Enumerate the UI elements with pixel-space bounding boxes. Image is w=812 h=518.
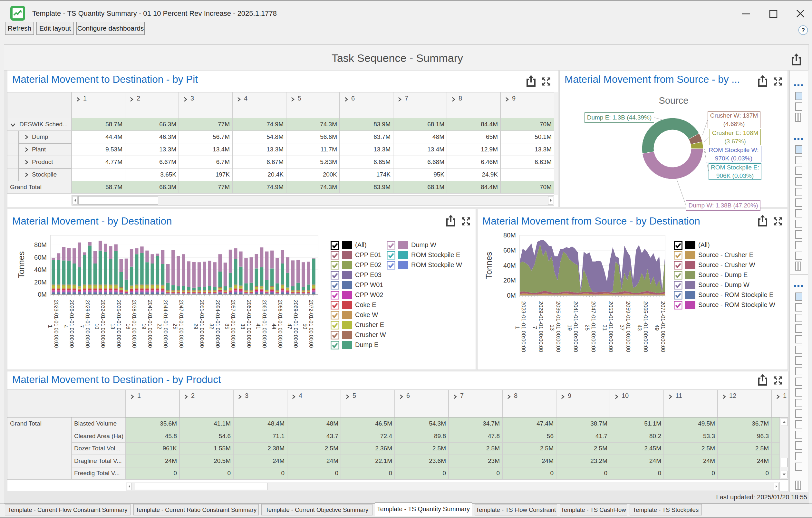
svg-text:80M: 80M [503, 232, 516, 239]
svg-text:0M: 0M [507, 292, 516, 299]
svg-text:2023-01-01 00:00:001: 2023-01-01 00:00:001 [514, 301, 526, 352]
svg-text:2053-01-01 00:00:0031: 2053-01-01 00:00:0031 [602, 301, 614, 352]
svg-text:2035-01-01 00:00:0013: 2035-01-01 00:00:0013 [549, 301, 561, 352]
svg-text:2065-01-01 00:00:0043: 2065-01-01 00:00:0043 [636, 301, 649, 352]
svg-text:40M: 40M [503, 262, 516, 269]
svg-text:Tonnes: Tonnes [484, 252, 494, 279]
svg-text:2029-01-01 00:00:007: 2029-01-01 00:00:007 [532, 301, 544, 352]
svg-text:2047-01-01 00:00:0025: 2047-01-01 00:00:0025 [584, 301, 597, 352]
svg-text:2041-01-01 00:00:0019: 2041-01-01 00:00:0019 [567, 301, 579, 352]
svg-text:2071-01-01 00:00:0049: 2071-01-01 00:00:0049 [654, 301, 666, 352]
svg-text:20M: 20M [503, 277, 516, 284]
svg-text:2059-01-01 00:00:0037: 2059-01-01 00:00:0037 [619, 301, 631, 352]
svg-text:60M: 60M [503, 247, 516, 254]
